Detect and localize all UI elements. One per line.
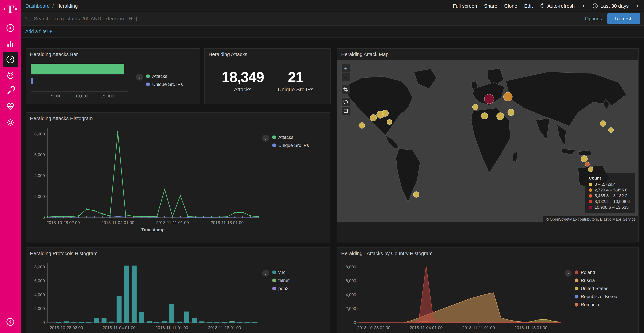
legend-item[interactable]: Romania xyxy=(574,302,617,307)
sidebar-item-discover[interactable] xyxy=(3,20,18,36)
map-zoom-in-button[interactable]: + xyxy=(342,64,350,73)
legend-item[interactable]: Unique Src IPs xyxy=(146,82,183,87)
legend-item[interactable]: Attacks xyxy=(272,135,309,140)
attack-map-point[interactable] xyxy=(608,127,614,133)
legend-item[interactable]: pop3 xyxy=(272,286,290,291)
panel-title[interactable]: Heralding - Attacks by Country Histogram xyxy=(337,248,638,259)
fullscreen-button[interactable]: Full screen xyxy=(453,3,477,9)
svg-text:2018-11-11 01:00: 2018-11-11 01:00 xyxy=(156,220,189,225)
search-input[interactable] xyxy=(34,16,580,22)
attack-map-point[interactable] xyxy=(588,166,594,172)
legend-item[interactable]: 8,182.2 – 10,908.6 xyxy=(589,199,632,204)
legend-toggle[interactable]: › xyxy=(136,74,143,81)
panel-title[interactable]: Heralding Attacks Bar xyxy=(26,49,200,60)
legend-item[interactable]: 3 – 2,729.4 xyxy=(589,182,632,186)
attack-map-point[interactable] xyxy=(484,94,494,104)
map-fit-bounds-button[interactable] xyxy=(342,85,350,94)
auto-refresh-button[interactable]: Auto-refresh xyxy=(540,3,574,9)
attack-map-point[interactable] xyxy=(472,104,478,110)
legend-item[interactable]: 2,729.4 – 5,455.8 xyxy=(589,188,632,192)
panel-title[interactable]: Heralding Attacks Histogram xyxy=(26,113,330,124)
query-prompt-icon: >_ xyxy=(24,16,30,21)
svg-text:10,000: 10,000 xyxy=(75,94,88,98)
country-histogram-chart[interactable]: 02,0004,0006,0008,0002018-10-28 02:00201… xyxy=(340,259,565,333)
legend-item[interactable]: telnet xyxy=(272,278,290,283)
attack-map-point[interactable] xyxy=(481,112,488,119)
breadcrumb-separator: / xyxy=(52,3,54,9)
attack-map-point[interactable] xyxy=(413,191,419,198)
map-legend-title: Count xyxy=(589,176,632,180)
sidebar-collapse-button[interactable] xyxy=(3,314,18,329)
attack-map-point[interactable] xyxy=(387,119,392,125)
refresh-button[interactable]: Refresh xyxy=(608,13,640,24)
legend-items: PolandRussiaUnited StatesRepublic of Kor… xyxy=(574,270,617,333)
attack-map-point[interactable] xyxy=(503,92,512,102)
metric-value: 18,349 xyxy=(222,69,264,86)
square-icon xyxy=(343,108,348,113)
gear-icon xyxy=(5,117,15,127)
legend-item[interactable]: 10,908.6 – 13,635 xyxy=(589,205,632,209)
attack-map-point[interactable] xyxy=(585,162,590,167)
sidebar: T xyxy=(0,0,21,333)
attack-map-point[interactable] xyxy=(508,109,514,116)
attack-map-point[interactable] xyxy=(581,155,588,162)
svg-text:0: 0 xyxy=(42,320,45,325)
svg-text:Timestamp: Timestamp xyxy=(141,227,164,232)
legend-label: United States xyxy=(581,286,608,291)
legend-toggle[interactable]: › xyxy=(262,270,269,277)
protocols-histogram-chart[interactable]: 02,0004,0006,0008,0002018-10-28 02:00201… xyxy=(29,259,262,333)
svg-text:2018-10-28 02:00: 2018-10-28 02:00 xyxy=(50,325,83,330)
time-forward-chevron-icon[interactable]: › xyxy=(636,2,640,9)
share-button[interactable]: Share xyxy=(484,3,497,9)
legend-item[interactable]: Republic of Korea xyxy=(574,294,617,299)
map-attribution[interactable]: © OpenStreetMap contributors, Elastic Ma… xyxy=(543,216,638,222)
attack-map[interactable]: + − xyxy=(337,60,638,222)
sidebar-item-tpot[interactable] xyxy=(3,68,18,83)
attacks-histogram-chart[interactable]: 02,0004,0006,0008,0002018-10-28 02:00201… xyxy=(29,124,262,235)
svg-text:0: 0 xyxy=(354,320,356,325)
gauge-icon xyxy=(5,55,15,65)
chart-legend: › vnctelnetpop3 xyxy=(262,259,290,333)
time-range-picker[interactable]: Last 30 days xyxy=(592,3,629,9)
attacks-bar-chart[interactable]: 5,00010,00015,000 xyxy=(29,60,131,101)
legend-toggle[interactable]: › xyxy=(262,135,269,142)
top-actions: Full screen Share Clone Edit Auto-refres… xyxy=(453,2,640,9)
legend-item[interactable]: Attacks xyxy=(146,74,183,79)
legend-item[interactable]: 5,455.8 – 8,182.2 xyxy=(589,193,632,198)
legend-item[interactable]: Poland xyxy=(574,270,617,275)
legend-item[interactable]: United States xyxy=(574,286,617,291)
sidebar-item-visualize[interactable] xyxy=(3,36,18,51)
legend-toggle[interactable]: › xyxy=(565,270,572,277)
legend-color-dot xyxy=(574,270,578,274)
legend-color-dot xyxy=(574,295,578,298)
metric-unique-src-ips: 21 Unique Src IPs xyxy=(278,69,314,93)
attack-map-point[interactable] xyxy=(359,123,365,129)
breadcrumb-dashboard-link[interactable]: Dashboard xyxy=(25,3,50,9)
sidebar-item-monitoring[interactable] xyxy=(3,99,18,114)
sidebar-item-devtools[interactable] xyxy=(3,83,18,99)
panel-title[interactable]: Heralding Attacks xyxy=(205,49,330,60)
map-draw-polygon-button[interactable] xyxy=(342,98,350,106)
attack-map-point[interactable] xyxy=(382,110,389,117)
legend-label: telnet xyxy=(278,278,290,283)
panel-attack-map: Heralding Attack Map xyxy=(337,48,639,242)
time-back-chevron-icon[interactable]: ‹ xyxy=(582,2,586,9)
map-draw-rectangle-button[interactable] xyxy=(342,106,350,115)
panel-title[interactable]: Heralding Protocols Histogram xyxy=(26,248,330,259)
panel-title[interactable]: Heralding Attack Map xyxy=(337,49,638,60)
sidebar-item-dashboard[interactable] xyxy=(3,52,18,67)
map-zoom-out-button[interactable]: − xyxy=(342,73,350,81)
add-filter-link[interactable]: Add a filter+ xyxy=(25,29,52,34)
legend-item[interactable]: vnc xyxy=(272,270,290,275)
attack-map-point[interactable] xyxy=(370,114,377,121)
legend-item[interactable]: Russia xyxy=(574,278,617,283)
telekom-logo[interactable]: T xyxy=(4,4,17,15)
wrench-icon xyxy=(5,86,15,96)
sidebar-item-management[interactable] xyxy=(3,115,18,130)
edit-button[interactable]: Edit xyxy=(524,3,533,9)
attack-map-point[interactable] xyxy=(600,120,606,127)
options-link[interactable]: Options xyxy=(585,16,602,22)
legend-item[interactable]: Unique Src IPs xyxy=(272,143,309,148)
clone-button[interactable]: Clone xyxy=(504,3,517,9)
attack-map-point[interactable] xyxy=(496,112,504,120)
